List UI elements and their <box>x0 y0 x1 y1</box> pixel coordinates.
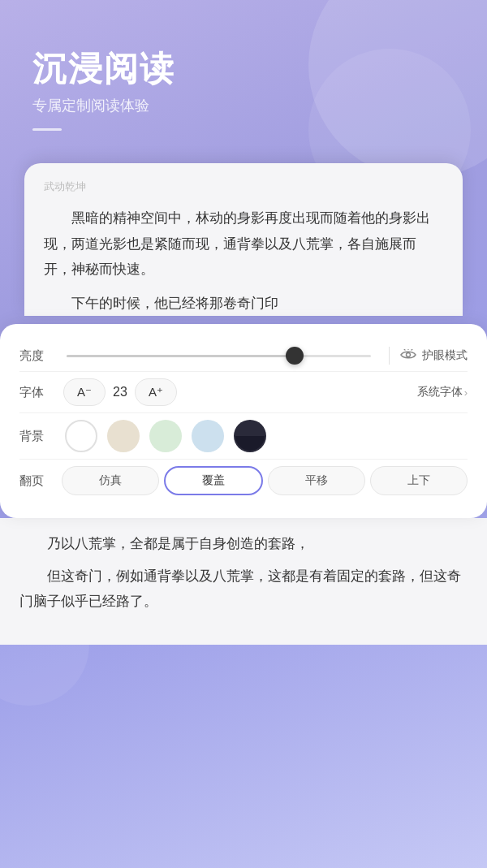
brightness-row: 亮度 护眼模式 <box>19 340 468 372</box>
font-size-value: 23 <box>110 385 130 399</box>
bg-option-white[interactable] <box>65 420 97 452</box>
header-divider <box>32 128 62 131</box>
font-decrease-button[interactable]: A⁻ <box>63 378 106 406</box>
page-turn-label: 翻页 <box>19 473 58 489</box>
background-row: 背景 <box>19 413 468 460</box>
font-label: 字体 <box>19 385 58 400</box>
bottom-content: 乃以八荒掌，全都是属于自身创造的套路， 但这奇门，例如通背拳以及八荒掌，这都是有… <box>0 518 487 645</box>
book-title: 武动乾坤 <box>44 179 443 194</box>
bg-option-green[interactable] <box>149 420 182 452</box>
chevron-right-icon: › <box>464 386 468 399</box>
slider-fill <box>67 355 295 357</box>
page-btn-simulation[interactable]: 仿真 <box>62 466 159 495</box>
brightness-divider <box>389 347 390 365</box>
reader-card: 武动乾坤 黑暗的精神空间中，林动的身影再度出现而随着他的身影出现，两道光影也是紧… <box>24 163 463 316</box>
svg-line-1 <box>404 349 405 350</box>
paragraph-2: 下午的时候，他已经将那卷奇门印 <box>44 291 443 316</box>
bottom-paragraph-1: 乃以八荒掌，全都是属于自身创造的套路， <box>19 531 468 556</box>
page-btn-updown[interactable]: 上下 <box>370 466 468 495</box>
brightness-track[interactable] <box>67 355 371 357</box>
bg-option-blue[interactable] <box>192 420 224 452</box>
font-family-label: 系统字体 <box>417 385 463 399</box>
page-btn-slide[interactable]: 平移 <box>268 466 365 495</box>
bg-option-dark[interactable] <box>234 420 266 452</box>
bottom-paragraph-2: 但这奇门，例如通背拳以及八荒掌，这都是有着固定的套路，但这奇门脑子似乎已经路了。 <box>19 564 468 615</box>
background-options <box>65 420 468 452</box>
page-subtitle: 专属定制阅读体验 <box>32 96 455 115</box>
brightness-label: 亮度 <box>19 348 58 364</box>
slider-thumb[interactable] <box>286 347 304 365</box>
font-controls: A⁻ 23 A⁺ 系统字体 › <box>58 378 468 406</box>
brightness-slider-wrap <box>67 355 371 357</box>
font-increase-button[interactable]: A⁺ <box>135 378 177 406</box>
page-btn-cover[interactable]: 覆盖 <box>164 466 263 495</box>
paragraph-1: 黑暗的精神空间中，林动的身影再度出现而随着他的身影出现，两道光影也是紧随而现，通… <box>44 205 443 282</box>
book-content: 黑暗的精神空间中，林动的身影再度出现而随着他的身影出现，两道光影也是紧随而现，通… <box>44 205 443 316</box>
page-turn-row: 翻页 仿真 覆盖 平移 上下 <box>19 460 468 502</box>
font-decrease-label: A⁻ <box>77 385 92 399</box>
font-increase-label: A⁺ <box>149 385 163 399</box>
page-turn-options: 仿真 覆盖 平移 上下 <box>62 466 468 495</box>
page-title: 沉浸阅读 <box>32 49 455 89</box>
bottom-text: 乃以八荒掌，全都是属于自身创造的套路， 但这奇门，例如通背拳以及八荒掌，这都是有… <box>19 531 468 614</box>
background-label: 背景 <box>19 429 58 444</box>
bg-option-beige[interactable] <box>107 420 140 452</box>
eye-mode-label: 护眼模式 <box>422 348 468 363</box>
header-section: 沉浸阅读 专属定制阅读体验 <box>0 0 487 155</box>
settings-panel: 亮度 护眼模式 字体 <box>0 324 487 518</box>
eye-mode-button[interactable]: 护眼模式 <box>399 348 468 365</box>
svg-line-3 <box>412 349 412 350</box>
eye-icon <box>399 348 417 365</box>
font-family-button[interactable]: 系统字体 › <box>417 385 468 399</box>
font-row: 字体 A⁻ 23 A⁺ 系统字体 › <box>19 372 468 413</box>
svg-point-0 <box>407 352 411 356</box>
